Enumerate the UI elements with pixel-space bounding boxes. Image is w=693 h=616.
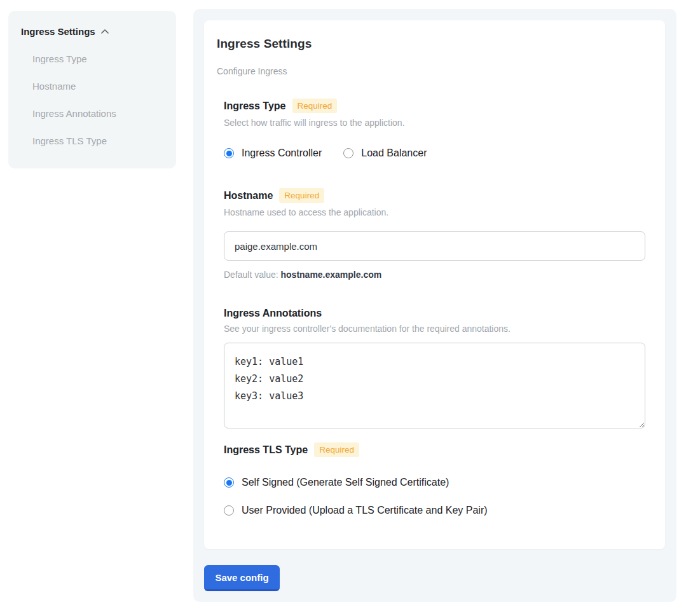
page-title: Ingress Settings	[217, 37, 645, 51]
ingress-type-help: Select how traffic will ingress to the a…	[224, 118, 645, 128]
section-ingress-tls-type: Ingress TLS Type Required Self Signed (G…	[224, 442, 645, 516]
sidebar-item-hostname[interactable]: Hostname	[32, 81, 163, 92]
sidebar-group-label: Ingress Settings	[21, 26, 95, 37]
ingress-annotations-textarea[interactable]: key1: value1 key2: value2 key3: value3	[224, 343, 645, 428]
radio-unselected-icon	[224, 505, 234, 516]
radio-load-balancer[interactable]: Load Balancer	[343, 147, 427, 159]
sidebar-group-ingress-settings[interactable]: Ingress Settings	[21, 26, 163, 37]
radio-load-balancer-label: Load Balancer	[361, 147, 427, 159]
sidebar-item-ingress-tls-type[interactable]: Ingress TLS Type	[32, 135, 163, 146]
ingress-annotations-label: Ingress Annotations	[224, 308, 322, 319]
radio-user-provided-label: User Provided (Upload a TLS Certificate …	[242, 505, 488, 516]
radio-ingress-controller-label: Ingress Controller	[242, 147, 322, 159]
required-badge: Required	[292, 99, 338, 113]
chevron-up-icon	[100, 27, 109, 36]
ingress-type-label: Ingress Type	[224, 100, 286, 112]
hostname-help: Hostname used to access the application.	[224, 207, 645, 217]
radio-unselected-icon	[343, 148, 353, 158]
radio-ingress-controller[interactable]: Ingress Controller	[224, 147, 322, 159]
sidebar-item-ingress-type[interactable]: Ingress Type	[32, 53, 163, 64]
radio-self-signed-label: Self Signed (Generate Self Signed Certif…	[242, 477, 449, 488]
radio-selected-icon	[224, 148, 234, 158]
page-subtitle: Configure Ingress	[217, 66, 645, 76]
radio-self-signed[interactable]: Self Signed (Generate Self Signed Certif…	[224, 477, 645, 488]
required-badge: Required	[314, 442, 359, 457]
save-config-button[interactable]: Save config	[204, 565, 280, 591]
ingress-tls-type-label: Ingress TLS Type	[224, 444, 308, 456]
sidebar-item-ingress-annotations[interactable]: Ingress Annotations	[32, 108, 163, 119]
settings-sidebar: Ingress Settings Ingress Type Hostname I…	[8, 11, 176, 168]
ingress-annotations-help: See your ingress controller's documentat…	[224, 324, 645, 334]
default-value-text: hostname.example.com	[281, 270, 382, 280]
required-badge: Required	[279, 188, 324, 203]
section-ingress-type: Ingress Type Required Select how traffic…	[224, 99, 645, 159]
section-hostname: Hostname Required Hostname used to acces…	[224, 188, 645, 280]
section-ingress-annotations: Ingress Annotations See your ingress con…	[224, 308, 645, 428]
hostname-label: Hostname	[224, 190, 273, 202]
hostname-default-value: Default value: hostname.example.com	[224, 270, 645, 280]
radio-selected-icon	[224, 477, 234, 488]
hostname-input[interactable]	[224, 231, 645, 261]
ingress-settings-card: Ingress Settings Configure Ingress Ingre…	[204, 20, 665, 549]
settings-panel: Ingress Settings Configure Ingress Ingre…	[193, 9, 676, 602]
default-value-label: Default value:	[224, 270, 281, 280]
radio-user-provided[interactable]: User Provided (Upload a TLS Certificate …	[224, 505, 645, 516]
